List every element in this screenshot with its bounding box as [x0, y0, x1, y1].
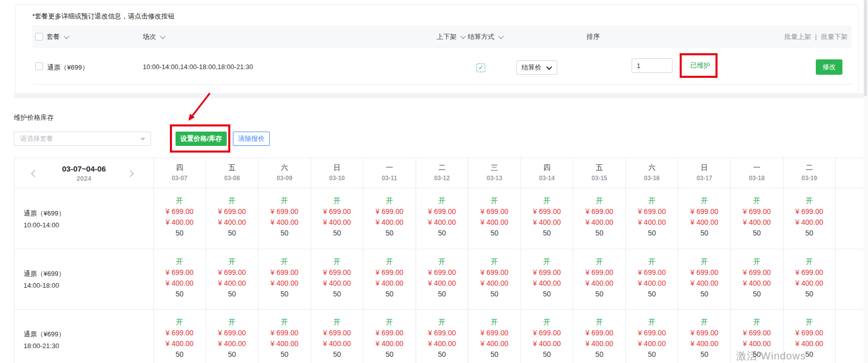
calendar-price-cell[interactable]: 开 ¥ 699.00 ¥ 400.00 50	[363, 310, 416, 363]
cell-stock: 50	[154, 289, 206, 300]
cell-sale-price: ¥ 699.00	[678, 328, 730, 338]
calendar-row-package: 通票（¥699）	[24, 209, 153, 218]
calendar-price-cell[interactable]: 开 ¥ 699.00 ¥ 400.00 50	[521, 249, 574, 310]
calendar-day-name: 二	[416, 163, 468, 173]
cell-stock: 50	[363, 228, 416, 239]
calendar-row-label: 通票（¥699） 14:00-18:00	[15, 249, 154, 310]
calendar-price-cell[interactable]: 开 ¥ 699.00 ¥ 400.00 50	[311, 310, 364, 363]
calendar-price-cell[interactable]: 开 ¥ 699.00 ¥ 400.00 50	[784, 249, 836, 310]
calendar-price-cell[interactable]: 开 ¥ 699.00 ¥ 400.00 50	[258, 188, 311, 249]
cell-settle-price: ¥ 400.00	[154, 217, 206, 228]
cell-open-status: 开	[626, 257, 678, 267]
calendar-price-cell[interactable]: 开 ¥ 699.00 ¥ 400.00 50	[468, 310, 521, 363]
calendar-price-cell[interactable]: 开 ¥ 699.00 ¥ 400.00 50	[626, 188, 679, 249]
calendar-price-cell[interactable]: 开 ¥ 699.00 ¥ 400.00 50	[626, 310, 679, 363]
calendar-price-cell[interactable]: 开 ¥ 699.00 ¥ 400.00 50	[154, 310, 206, 363]
batch-off-shelf-link[interactable]: 批量下架	[821, 32, 848, 41]
select-all-checkbox[interactable]	[35, 33, 43, 40]
cell-stock: 50	[311, 289, 363, 300]
calendar-price-cell[interactable]: 开 ¥ 699.00 ¥ 400.00 50	[573, 188, 626, 249]
sort-input[interactable]	[632, 58, 672, 73]
calendar-price-cell[interactable]: 开 ¥ 699.00 ¥ 400.00 50	[521, 188, 574, 249]
cell-open-status: 开	[311, 257, 363, 267]
batch-actions: 批量上架 | 批量下架	[785, 25, 848, 48]
cell-stock: 50	[626, 349, 678, 360]
calendar-day-name: 五	[206, 163, 258, 173]
calendar-price-cell[interactable]: 开 ¥ 699.00 ¥ 400.00 50	[626, 249, 679, 310]
maintained-annotation-box: · 已维护	[680, 53, 718, 78]
cell-stock: 50	[731, 228, 783, 239]
cell-open-status: 开	[416, 196, 468, 206]
calendar-day-header: 六 03-09	[258, 158, 311, 188]
cell-sale-price: ¥ 699.00	[573, 328, 625, 338]
cell-stock: 50	[784, 228, 836, 239]
calendar-price-cell[interactable]: 开 ¥ 699.00 ¥ 400.00 50	[416, 310, 469, 363]
onoff-toggle-icon[interactable]: ✓	[476, 63, 485, 72]
header-session-filter[interactable]: 场次	[143, 25, 165, 48]
cell-open-status: 开	[521, 317, 573, 328]
calendar-price-cell[interactable]: 开 ¥ 699.00 ¥ 400.00 50	[784, 188, 836, 249]
calendar-price-cell[interactable]: 开 ¥ 699.00 ¥ 400.00 50	[206, 188, 259, 249]
calendar-price-cell[interactable]: 开 ¥ 699.00 ¥ 400.00 50	[468, 188, 521, 249]
package-name: 通票（¥699）	[47, 63, 89, 72]
cell-stock: 50	[416, 289, 468, 300]
calendar-price-cell[interactable]: 开 ¥ 699.00 ¥ 400.00 50	[363, 249, 416, 310]
maintain-section-title: 维护价格库存	[14, 113, 54, 122]
calendar-row-label: 通票（¥699） 10:00-14:00	[15, 188, 154, 249]
cell-settle-price: ¥ 400.00	[311, 217, 363, 228]
calendar-price-cell[interactable]: 开 ¥ 699.00 ¥ 400.00 50	[154, 249, 206, 310]
calendar-price-cell[interactable]: 开 ¥ 699.00 ¥ 400.00 50	[363, 188, 416, 249]
calendar-price-cell[interactable]: 开 ¥ 699.00 ¥ 400.00 50	[678, 249, 731, 310]
calendar-price-cell[interactable]: 开 ¥ 699.00 ¥ 400.00 50	[521, 310, 574, 363]
cell-stock: 50	[626, 228, 678, 239]
calendar-day-header: 日 03-17	[678, 158, 731, 188]
cell-open-status: 开	[784, 257, 836, 267]
calendar-price-cell[interactable]: 开 ¥ 699.00 ¥ 400.00 50	[206, 249, 259, 310]
calendar-price-cell[interactable]: 开 ¥ 699.00 ¥ 400.00 50	[258, 310, 311, 363]
calendar-day-name: 六	[258, 163, 311, 173]
settlement-select[interactable]: 结算价	[516, 60, 557, 75]
cell-sale-price: ¥ 699.00	[311, 267, 363, 278]
settlement-select-value: 结算价	[522, 63, 541, 72]
modify-button[interactable]: 修改	[816, 59, 842, 75]
calendar-price-cell[interactable]: 开 ¥ 699.00 ¥ 400.00 50	[731, 249, 784, 310]
calendar-price-cell[interactable]: 开 ¥ 699.00 ¥ 400.00 50	[678, 188, 731, 249]
maintained-dot: ·	[687, 62, 689, 70]
package-select[interactable]: 请选择套餐	[14, 132, 151, 146]
cell-sale-price: ¥ 699.00	[626, 328, 678, 338]
cell-sale-price: ¥ 699.00	[468, 328, 520, 338]
cell-sale-price: ¥ 699.00	[573, 267, 625, 278]
calendar-day-name: 二	[784, 163, 836, 173]
calendar-day-date: 03-14	[521, 175, 573, 182]
header-package-filter[interactable]: 套餐	[35, 25, 69, 48]
calendar-price-cell[interactable]: 开 ¥ 699.00 ¥ 400.00 50	[258, 249, 311, 310]
row-checkbox[interactable]	[35, 62, 43, 70]
clear-quote-button[interactable]: 清除报价	[233, 132, 270, 146]
calendar-price-cell[interactable]: 开 ¥ 699.00 ¥ 400.00 50	[678, 310, 731, 363]
cell-sale-price: ¥ 699.00	[521, 267, 573, 278]
header-onoff-filter[interactable]: 上下架	[437, 25, 465, 48]
header-settlement-filter[interactable]: 结算方式	[468, 25, 503, 48]
chevron-down-icon	[160, 33, 165, 38]
calendar-price-cell[interactable]: 开 ¥ 699.00 ¥ 400.00 50	[311, 249, 364, 310]
annotation-arrow	[180, 90, 216, 127]
cell-stock: 50	[468, 349, 520, 360]
calendar-price-cell[interactable]: 开 ¥ 699.00 ¥ 400.00 50	[731, 188, 784, 249]
scrollbar-thumb[interactable]	[864, 0, 867, 96]
cell-open-status: 开	[678, 317, 730, 328]
cell-open-status: 开	[311, 317, 363, 328]
calendar-price-cell[interactable]: 开 ¥ 699.00 ¥ 400.00 50	[573, 249, 626, 310]
calendar-day-header: 六 03-16	[626, 158, 679, 188]
calendar-price-cell[interactable]: 开 ¥ 699.00 ¥ 400.00 50	[573, 310, 626, 363]
cell-settle-price: ¥ 400.00	[731, 217, 783, 228]
calendar-price-cell[interactable]: 开 ¥ 699.00 ¥ 400.00 50	[154, 188, 206, 249]
cell-open-status: 开	[784, 196, 836, 206]
calendar-price-cell[interactable]: 开 ¥ 699.00 ¥ 400.00 50	[311, 188, 364, 249]
calendar-price-cell[interactable]: 开 ¥ 699.00 ¥ 400.00 50	[416, 188, 469, 249]
header-onoff-label: 上下架	[437, 32, 457, 41]
calendar-price-cell[interactable]: 开 ¥ 699.00 ¥ 400.00 50	[416, 249, 469, 310]
calendar-price-cell[interactable]: 开 ¥ 699.00 ¥ 400.00 50	[206, 310, 259, 363]
batch-on-shelf-link[interactable]: 批量上架	[785, 32, 811, 41]
calendar-day-header: 三 03-13	[468, 158, 521, 188]
calendar-price-cell[interactable]: 开 ¥ 699.00 ¥ 400.00 50	[468, 249, 521, 310]
